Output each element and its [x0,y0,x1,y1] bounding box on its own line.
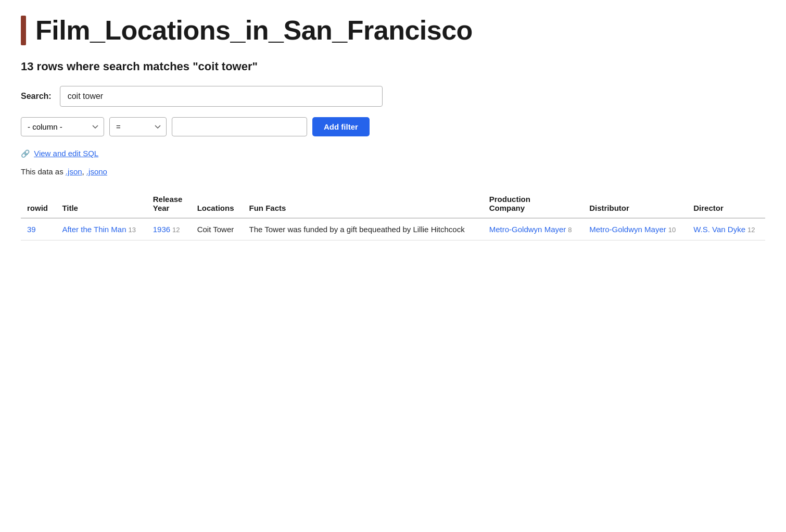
cell-director: W.S. Van Dyke12 [687,218,765,240]
add-filter-button[interactable]: Add filter [312,117,370,136]
year-link[interactable]: 1936 [153,225,170,234]
distributor-link[interactable]: Metro-Goldwyn Mayer [589,225,666,234]
page-title: Film_Locations_in_San_Francisco [35,16,473,45]
title-count-badge: 13 [129,226,136,234]
column-filter-select[interactable]: - column - [21,117,104,136]
sql-link-row: 🔗 View and edit SQL [21,149,765,158]
rowid-link[interactable]: 39 [27,225,36,234]
cell-locations: Coit Tower [191,218,243,240]
col-header-fun-facts: Fun Facts [243,191,483,218]
sql-link-icon: 🔗 [21,149,30,158]
cell-title: After the Thin Man13 [56,218,146,240]
cell-fun-facts: The Tower was funded by a gift bequeathe… [243,218,483,240]
cell-distributor: Metro-Goldwyn Mayer10 [583,218,687,240]
search-section: Search: [21,86,765,107]
data-table: rowid Title ReleaseYear Locations Fun Fa… [21,191,765,240]
json-link[interactable]: .json [66,167,82,176]
director-link[interactable]: W.S. Van Dyke [693,225,745,234]
header-accent-bar [21,16,26,45]
data-as-row: This data as .json, .jsono [21,167,765,176]
col-header-locations: Locations [191,191,243,218]
distributor-count-badge: 10 [668,226,676,234]
filter-value-input[interactable] [172,117,307,136]
col-header-release-year: ReleaseYear [147,191,191,218]
col-header-title: Title [56,191,146,218]
director-count-badge: 12 [747,226,755,234]
data-as-prefix: This data as [21,167,64,176]
jsono-link[interactable]: .jsono [86,167,107,176]
year-count-badge: 12 [172,226,180,234]
table-row: 39After the Thin Man13193612Coit TowerTh… [21,218,765,240]
page-header: Film_Locations_in_San_Francisco [21,16,765,45]
view-edit-sql-link[interactable]: View and edit SQL [34,149,98,158]
cell-production-company: Metro-Goldwyn Mayer8 [483,218,583,240]
cell-release-year: 193612 [147,218,191,240]
table-header-row: rowid Title ReleaseYear Locations Fun Fa… [21,191,765,218]
operator-filter-select[interactable]: = [109,117,167,136]
filter-section: - column - = Add filter [21,117,765,136]
production-company-count-badge: 8 [568,226,572,234]
search-label: Search: [21,92,52,101]
col-header-rowid: rowid [21,191,56,218]
search-input[interactable] [60,86,383,107]
col-header-director: Director [687,191,765,218]
result-count: 13 rows where search matches "coit tower… [21,60,765,73]
col-header-distributor: Distributor [583,191,687,218]
production-company-link[interactable]: Metro-Goldwyn Mayer [489,225,566,234]
title-link[interactable]: After the Thin Man [62,225,126,234]
col-header-production-company: ProductionCompany [483,191,583,218]
cell-rowid: 39 [21,218,56,240]
